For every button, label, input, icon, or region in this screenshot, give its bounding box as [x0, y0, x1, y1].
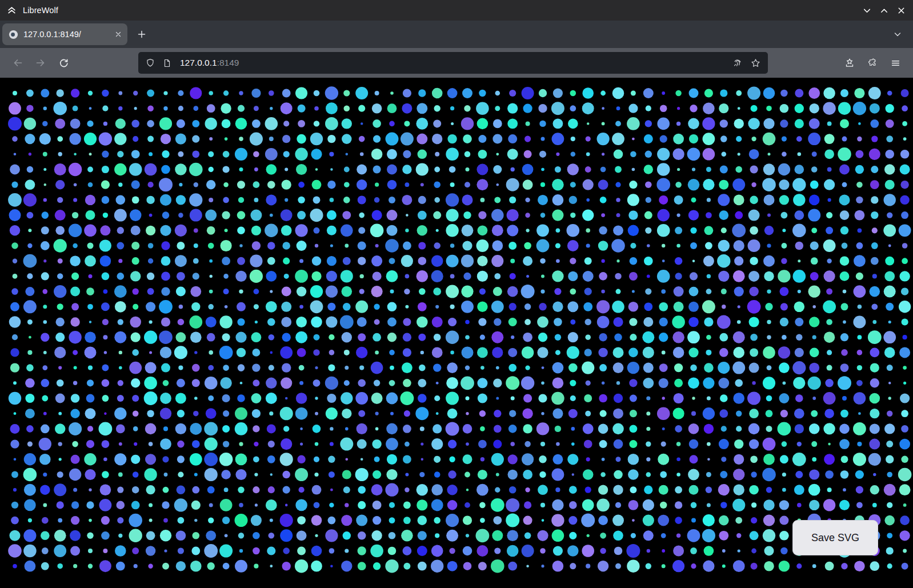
plus-icon — [137, 29, 147, 39]
shield-permissions-button[interactable] — [143, 58, 158, 67]
extensions-button[interactable] — [863, 53, 882, 73]
bookmarks-star-tray-icon — [844, 58, 855, 68]
tab-close-button[interactable] — [113, 29, 123, 39]
window-titlebar: LibreWolf — [0, 0, 913, 21]
titlebar-left: LibreWolf — [0, 5, 58, 16]
reload-icon — [59, 58, 69, 68]
bookmark-page-button[interactable] — [748, 58, 763, 68]
forward-arrow-icon — [35, 58, 46, 68]
save-svg-button[interactable]: Save SVG — [792, 520, 878, 555]
close-icon — [896, 6, 906, 15]
document-page-icon — [163, 59, 171, 67]
back-button[interactable] — [8, 53, 27, 73]
page-content: Save SVG — [0, 78, 913, 588]
chevron-down-icon — [862, 6, 872, 15]
back-arrow-icon — [13, 58, 23, 68]
chevron-up-icon — [879, 6, 889, 15]
list-all-tabs-button[interactable] — [888, 25, 907, 44]
toolbar-right-buttons — [840, 53, 905, 73]
hamburger-menu-icon — [891, 58, 900, 68]
reload-button[interactable] — [54, 53, 73, 73]
forward-button[interactable] — [31, 53, 50, 73]
window-controls — [858, 2, 913, 19]
window-title: LibreWolf — [23, 6, 58, 15]
browser-window: LibreWolf 127.0.0.1:8149/ — [0, 0, 913, 588]
url-port: :8149 — [217, 58, 239, 67]
window-close-button[interactable] — [892, 2, 910, 19]
tab-active[interactable]: 127.0.0.1:8149/ — [2, 23, 127, 45]
app-menu-button[interactable] — [886, 53, 905, 73]
chevron-down-icon — [893, 30, 902, 39]
shield-icon — [146, 58, 155, 67]
url-host: 127.0.0.1 — [180, 58, 217, 67]
tab-bar: 127.0.0.1:8149/ — [0, 21, 913, 48]
star-icon — [751, 58, 760, 68]
url-bar[interactable]: 127.0.0.1:8149 — [138, 52, 768, 74]
tab-favicon-icon — [9, 30, 18, 39]
site-info-button[interactable] — [160, 59, 174, 67]
url-text: 127.0.0.1:8149 — [180, 58, 239, 68]
navigation-toolbar: 127.0.0.1:8149 — [0, 48, 913, 78]
puzzle-piece-icon — [867, 58, 878, 68]
window-maximize-button[interactable] — [875, 2, 892, 19]
new-tab-button[interactable] — [132, 25, 151, 44]
fingerprint-protection-button[interactable] — [730, 58, 746, 68]
tab-label: 127.0.0.1:8149/ — [23, 30, 108, 39]
close-icon — [114, 30, 122, 38]
double-chevron-up-icon[interactable] — [6, 5, 17, 16]
bookmarks-menu-button[interactable] — [840, 53, 859, 73]
fingerprint-blocked-icon — [732, 58, 743, 68]
dot-grid-svg — [0, 78, 913, 588]
window-minimize-button[interactable] — [858, 2, 875, 19]
